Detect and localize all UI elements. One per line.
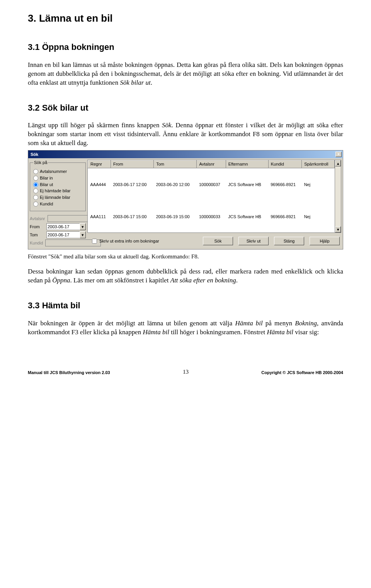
field-avtalsnr: Avtalsnr xyxy=(30,215,86,222)
label-avtalsnr: Avtalsnr xyxy=(30,216,45,222)
text: på menyn xyxy=(263,320,295,327)
paragraph-32b: Dessa bokningar kan sedan öppnas genom d… xyxy=(28,267,343,285)
radio-input[interactable] xyxy=(33,195,38,200)
triangle-down-icon: ▾ xyxy=(337,227,339,232)
text: När bokningen är öppen är det möjligt at… xyxy=(28,320,235,327)
heading-31: 3.1 Öppna bokningen xyxy=(28,41,343,53)
window-body: Sök på Avtalsnummer Bilar in Bilar ut Ej… xyxy=(28,158,343,249)
page-footer: Manual till JCS Biluthyrning version 2.0… xyxy=(28,368,343,376)
tom-dropdown-button[interactable]: ▾ xyxy=(80,231,86,238)
radio-bilar-ut[interactable]: Bilar ut xyxy=(33,182,82,188)
scroll-up-button[interactable]: ▴ xyxy=(335,160,341,166)
table-row[interactable]: AAA444 2003-06-17 12:00 2003-06-20 12:00… xyxy=(88,168,335,200)
text-italic: Öppna xyxy=(52,277,70,284)
footer-right: Copyright © JCS Software HB 2000-2004 xyxy=(261,370,343,376)
from-date-input[interactable] xyxy=(46,223,80,230)
radio-ej-hamtade[interactable]: Ej hämtade bilar xyxy=(33,188,82,194)
chevron-down-icon: ▾ xyxy=(82,224,84,230)
left-column: Sök på Avtalsnummer Bilar in Bilar ut Ej… xyxy=(30,160,86,248)
field-kundid: Kundid xyxy=(30,239,86,246)
checkbox-label: Skriv ut extra info om bokningar xyxy=(99,238,159,244)
radio-kundid[interactable]: Kundid xyxy=(33,201,82,207)
scrollbar[interactable]: ▴ ▾ xyxy=(335,160,341,232)
cell: 2003-06-19 15:00 xyxy=(154,201,197,232)
text: . xyxy=(236,277,238,284)
radio-label: Bilar in xyxy=(40,175,53,181)
tom-date-wrap[interactable]: ▾ xyxy=(46,231,86,238)
text-italic: Bokning xyxy=(295,320,317,327)
radio-label: Ej lämnade bilar xyxy=(40,195,70,200)
col-from[interactable]: From xyxy=(111,161,153,168)
from-dropdown-button[interactable]: ▾ xyxy=(80,223,86,230)
checkbox-row[interactable]: Skriv ut extra info om bokningar xyxy=(92,238,159,244)
text: till höger i bokningsramen. Fönstret xyxy=(169,328,267,336)
fieldset-legend: Sök på xyxy=(33,160,48,166)
from-date-wrap[interactable]: ▾ xyxy=(46,223,86,230)
chevron-down-icon: ▾ xyxy=(82,232,84,238)
radio-input[interactable] xyxy=(33,188,38,193)
paragraph-33: När bokningen är öppen är det möjligt at… xyxy=(28,319,343,337)
label-tom: Tom xyxy=(30,232,44,238)
sok-pa-fieldset: Sök på Avtalsnummer Bilar in Bilar ut Ej… xyxy=(30,160,86,211)
field-from: From ▾ xyxy=(30,223,86,230)
radio-bilar-in[interactable]: Bilar in xyxy=(33,175,82,181)
window-title: Sök xyxy=(31,152,38,157)
radio-input[interactable] xyxy=(33,202,38,207)
radio-input[interactable] xyxy=(33,182,38,187)
scroll-down-button[interactable]: ▾ xyxy=(335,226,341,232)
heading-32: 3.2 Sök bilar ut xyxy=(28,102,343,114)
col-efternamn[interactable]: Efternamn xyxy=(226,161,268,168)
text: visar sig: xyxy=(293,328,319,336)
titlebar: Sök × xyxy=(28,150,343,158)
label-kundid: Kundid xyxy=(30,240,43,246)
stang-button[interactable]: Stäng xyxy=(274,237,304,245)
right-column: Regnr From Tom Avtalsnr Efternamn Kundid… xyxy=(87,160,341,248)
scroll-track[interactable] xyxy=(335,166,341,226)
radio-avtalsnummer[interactable]: Avtalsnummer xyxy=(33,169,82,174)
col-tom[interactable]: Tom xyxy=(154,161,197,168)
col-avtalsnr[interactable]: Avtalsnr xyxy=(197,161,226,168)
table-row[interactable]: AAA111 2003-06-17 15:00 2003-06-19 15:00… xyxy=(88,201,335,232)
cell: Nej xyxy=(302,201,335,232)
results-table: Regnr From Tom Avtalsnr Efternamn Kundid… xyxy=(88,160,335,232)
text-italic: Att söka efter en bokning xyxy=(170,277,236,284)
cell: AAA111 xyxy=(88,201,111,232)
text: Längst upp till höger på skärmen finns k… xyxy=(28,121,162,129)
tom-date-input[interactable] xyxy=(46,231,80,238)
col-regnr[interactable]: Regnr xyxy=(88,161,111,168)
button-bar: Skriv ut extra info om bokningar Sök Skr… xyxy=(87,233,341,248)
text-italic: Sök bilar ut xyxy=(120,79,150,86)
skriv-ut-button[interactable]: Skriv ut xyxy=(238,237,269,245)
radio-label: Bilar ut xyxy=(40,182,53,188)
hjalp-button[interactable]: Hjälp xyxy=(310,237,340,245)
fields-group: Avtalsnr From ▾ Tom ▾ xyxy=(30,215,86,246)
cell: 2003-06-17 12:00 xyxy=(111,168,153,200)
cell: 969666-8921 xyxy=(268,201,301,232)
col-sparrkontroll[interactable]: Spärrkontroll xyxy=(302,161,335,168)
radio-input[interactable] xyxy=(33,169,38,174)
text-italic: Hämta bil xyxy=(143,328,169,336)
cell: 2003-06-20 12:00 xyxy=(154,168,197,200)
cell: 100000037 xyxy=(197,168,226,200)
paragraph-31: Innan en bil kan lämnas ut så måste bokn… xyxy=(28,61,343,87)
radio-ej-lamnade[interactable]: Ej lämnade bilar xyxy=(33,195,82,200)
radio-input[interactable] xyxy=(33,176,38,181)
page-number: 13 xyxy=(183,368,189,376)
text-italic: Hämta bil xyxy=(267,328,293,336)
close-button[interactable]: × xyxy=(335,152,342,157)
cell: JCS Software HB xyxy=(226,201,268,232)
text: . xyxy=(151,79,152,86)
sok-button[interactable]: Sök xyxy=(203,237,233,245)
radio-label: Kundid xyxy=(40,201,53,207)
table-header-row: Regnr From Tom Avtalsnr Efternamn Kundid… xyxy=(88,161,335,168)
label-from: From xyxy=(30,224,44,230)
heading-1: 3. Lämna ut en bil xyxy=(28,12,343,25)
extra-info-checkbox[interactable] xyxy=(92,239,97,244)
field-tom: Tom ▾ xyxy=(30,231,86,238)
cell: 100000033 xyxy=(197,201,226,232)
cell: JCS Software HB xyxy=(226,168,268,200)
figure-caption: Fönstret "Sök" med alla bilar som ska ut… xyxy=(28,253,343,260)
col-kundid[interactable]: Kundid xyxy=(268,161,301,168)
cell: 969666-8921 xyxy=(268,168,301,200)
radio-label: Avtalsnummer xyxy=(40,169,67,174)
